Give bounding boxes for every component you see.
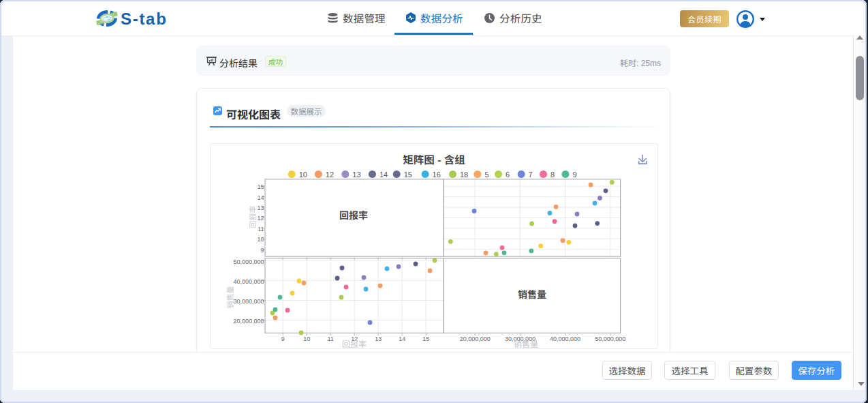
svg-text:8: 8 bbox=[551, 170, 555, 179]
svg-text:13: 13 bbox=[352, 170, 360, 179]
svg-text:50,000,000: 50,000,000 bbox=[595, 335, 625, 342]
svg-text:16: 16 bbox=[433, 170, 441, 179]
svg-text:30,000,000: 30,000,000 bbox=[233, 298, 264, 305]
svg-text:50,000,000: 50,000,000 bbox=[233, 258, 264, 265]
svg-text:回报率: 回报率 bbox=[339, 210, 368, 221]
svg-text:13: 13 bbox=[257, 205, 264, 211]
svg-text:矩阵图 - 含组: 矩阵图 - 含组 bbox=[403, 154, 465, 166]
svg-text:销售量: 销售量 bbox=[226, 286, 234, 309]
svg-text:15: 15 bbox=[422, 335, 429, 342]
svg-text:18: 18 bbox=[460, 170, 468, 179]
svg-text:13: 13 bbox=[375, 335, 382, 342]
svg-text:11: 11 bbox=[328, 335, 334, 342]
svg-text:销售量: 销售量 bbox=[518, 289, 546, 300]
svg-text:14: 14 bbox=[257, 194, 264, 201]
svg-text:11: 11 bbox=[258, 226, 264, 233]
svg-text:20,000,000: 20,000,000 bbox=[460, 335, 491, 342]
svg-text:10: 10 bbox=[257, 236, 264, 243]
svg-text:12: 12 bbox=[257, 215, 264, 222]
svg-text:40,000,000: 40,000,000 bbox=[550, 335, 580, 342]
svg-text:15: 15 bbox=[404, 170, 412, 179]
svg-text:10: 10 bbox=[303, 335, 310, 342]
svg-text:9: 9 bbox=[572, 170, 576, 179]
svg-text:14: 14 bbox=[379, 170, 388, 179]
svg-text:9: 9 bbox=[260, 247, 264, 254]
svg-text:20,000,000: 20,000,000 bbox=[233, 318, 264, 325]
svg-text:6: 6 bbox=[506, 170, 510, 179]
svg-text:15: 15 bbox=[257, 183, 264, 190]
svg-text:7: 7 bbox=[529, 170, 533, 179]
svg-text:回报率: 回报率 bbox=[342, 340, 367, 349]
svg-text:回报率: 回报率 bbox=[249, 206, 257, 228]
svg-text:12: 12 bbox=[326, 170, 334, 179]
svg-text:销售量: 销售量 bbox=[514, 340, 538, 349]
svg-text:5: 5 bbox=[484, 170, 489, 179]
svg-text:9: 9 bbox=[281, 335, 285, 342]
svg-text:10: 10 bbox=[299, 170, 307, 179]
svg-text:40,000,000: 40,000,000 bbox=[233, 278, 264, 285]
svg-text:14: 14 bbox=[399, 335, 405, 342]
